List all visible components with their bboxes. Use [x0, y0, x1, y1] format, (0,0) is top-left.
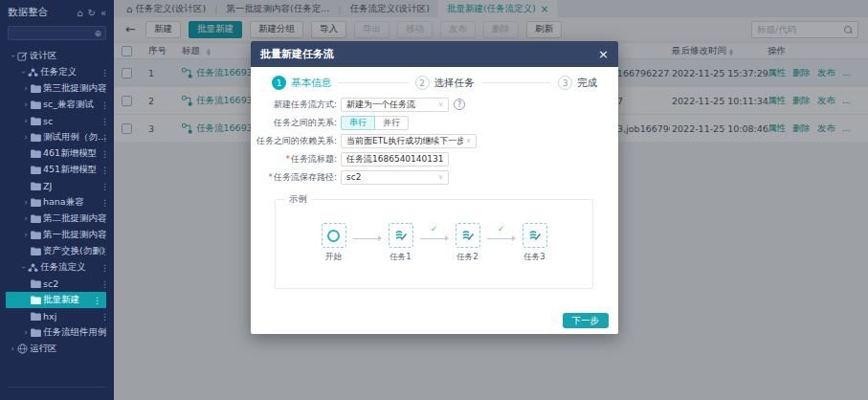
dependency-select[interactable]: 当前面ETL执行成功继续下一步 ∨	[341, 134, 477, 148]
more-icon[interactable]: ⋮	[100, 198, 109, 208]
tree-item-batch2[interactable]: › 第二批提测内容 ⋮	[0, 211, 114, 227]
node-label: 任务2	[456, 252, 478, 263]
tree-item-461[interactable]: 461新增模型 ⋮	[0, 145, 114, 162]
relation-radio-group: 串行 并行	[341, 116, 409, 130]
collapse-sidebar-icon[interactable]: «	[100, 8, 106, 18]
tree-item-hxj[interactable]: hxj ⋮	[0, 308, 114, 324]
folder-icon	[31, 100, 43, 109]
tree-item-zj[interactable]: ZJ ⋮	[0, 178, 114, 194]
chevron-down-icon[interactable]: ›	[19, 68, 28, 78]
step-label: 完成	[577, 77, 597, 90]
chevron-right-icon[interactable]: ›	[21, 117, 31, 125]
tree-item-label: 任务流组件用例	[43, 326, 107, 339]
task-icon	[461, 229, 475, 242]
more-icon[interactable]: ⋮	[100, 68, 109, 78]
sidebar-search-input[interactable]: ⊕	[8, 26, 106, 40]
tree-item-flow-components[interactable]: › 任务流组件用例 ⋮	[0, 324, 114, 341]
tree-item-testcases[interactable]: › 测试用例（勿删） ⋮	[0, 129, 114, 145]
node-label: 任务1	[389, 252, 411, 263]
chevron-right-icon[interactable]: ›	[21, 133, 31, 142]
required-mark: *	[268, 172, 273, 182]
folder-icon	[31, 198, 43, 207]
more-icon[interactable]: ⋮	[100, 214, 109, 224]
chevron-right-icon[interactable]: ›	[21, 328, 31, 337]
more-icon[interactable]: ⋮	[100, 100, 109, 110]
sidebar-divider	[8, 387, 106, 388]
more-icon[interactable]: ⋮	[100, 149, 109, 159]
tree-item-sc[interactable]: › sc ⋮	[0, 113, 114, 129]
node-label: 开始	[325, 252, 342, 263]
check-icon: ✓	[498, 224, 505, 233]
folder-icon	[31, 231, 43, 239]
tree-item-design-area[interactable]: › 设计区	[0, 48, 114, 64]
more-icon[interactable]: ⋮	[100, 84, 109, 94]
chevron-down-icon[interactable]: ›	[9, 52, 17, 61]
create-mode-select[interactable]: 新建为一个任务流 ∨	[341, 98, 449, 112]
chevron-right-icon[interactable]: ›	[21, 198, 31, 207]
batch-create-modal: 批量新建任务流 × 1 基本信息 2 选择任务 3 完成 新建任务流方式: 新建…	[251, 41, 618, 334]
chevron-right-icon[interactable]: ›	[21, 84, 31, 93]
more-icon[interactable]: ⋮	[93, 296, 101, 305]
more-icon[interactable]: ⋮	[100, 263, 109, 273]
step-connector	[338, 82, 409, 83]
tree-item-batch-create[interactable]: 批量新建 ⋮	[6, 292, 106, 308]
chevron-right-icon[interactable]: ›	[21, 100, 31, 109]
tree-item-asset-exchange[interactable]: 资产交换(勿删) ⋮	[0, 243, 114, 259]
edit-icon	[17, 51, 30, 61]
step-label: 选择任务	[434, 77, 475, 90]
tree-item-batch3[interactable]: › 第三批提测内容 ⋮	[0, 80, 114, 97]
close-icon[interactable]: ×	[598, 47, 609, 61]
tree-item-451[interactable]: 451新增模型 ⋮	[0, 162, 114, 178]
save-path-select[interactable]: sc2 ∨	[341, 170, 449, 185]
tree-item-label: 第三批提测内容	[43, 82, 107, 95]
folder-icon	[31, 214, 43, 223]
tree-item-task-definition[interactable]: › 任务定义 ⋮	[0, 64, 114, 80]
chevron-right-icon[interactable]: ›	[21, 214, 31, 223]
example-panel: 示例 开始 任务1 ✓ 任务2 ✓ 任务3	[275, 193, 593, 289]
more-icon[interactable]: ⋮	[100, 133, 109, 143]
tree-item-hana[interactable]: › hana兼容 ⋮	[0, 194, 114, 211]
modal-body: 1 基本信息 2 选择任务 3 完成 新建任务流方式: 新建为一个任务流 ∨ ?…	[251, 67, 618, 334]
tree-item-sc-compat[interactable]: › sc_兼容测试 ⋮	[0, 97, 114, 113]
tree-item-taskflow-definition[interactable]: › 任务流定义 ⋮	[0, 259, 114, 276]
tree-item-label: 批量新建	[43, 294, 79, 306]
locate-icon[interactable]: ⊕	[94, 29, 101, 38]
flow-node-task2: 任务2	[449, 223, 487, 263]
sidebar-header: 数据整合 ⌂ ↻ «	[0, 0, 114, 21]
tree-item-label: sc_兼容测试	[43, 99, 94, 111]
more-icon[interactable]: ⋮	[100, 182, 109, 191]
more-icon[interactable]: ⋮	[100, 312, 109, 322]
chevron-down-icon[interactable]: ›	[19, 263, 28, 273]
flow-title-input[interactable]: 任务流1686540140131	[341, 152, 449, 167]
tree-item-label: 运行区	[30, 343, 57, 355]
more-icon[interactable]: ⋮	[100, 279, 109, 289]
refresh-icon[interactable]: ↻	[87, 8, 95, 18]
tree-item-batch1[interactable]: › 第一批提测内容 ⋮	[0, 227, 114, 243]
more-icon[interactable]: ⋮	[100, 231, 109, 240]
flow-node-task1: 任务1	[382, 223, 420, 263]
example-legend: 示例	[285, 193, 311, 206]
tree-item-run-area[interactable]: › 运行区	[0, 341, 114, 357]
input-value: 任务流1686540140131	[346, 153, 443, 166]
modal-form: 新建任务流方式: 新建为一个任务流 ∨ ? 任务之间的关系: 串行 并行 任务之…	[251, 98, 618, 184]
parallel-option[interactable]: 并行	[374, 116, 409, 130]
help-icon[interactable]: ?	[454, 99, 465, 110]
home-icon[interactable]: ⌂	[77, 8, 82, 18]
more-icon[interactable]: ⋮	[100, 328, 109, 338]
select-value: sc2	[346, 172, 361, 182]
chevron-right-icon[interactable]: ›	[8, 344, 17, 353]
step-circle: 2	[415, 76, 430, 90]
more-icon[interactable]: ⋮	[100, 247, 109, 256]
folder-icon	[31, 182, 43, 190]
serial-option[interactable]: 串行	[341, 116, 375, 130]
more-icon[interactable]: ⋮	[100, 166, 109, 175]
modal-title: 批量新建任务流	[260, 47, 334, 61]
tree-item-label: 任务定义	[40, 66, 77, 78]
more-icon[interactable]: ⋮	[100, 117, 109, 126]
save-path-label: 任务流保存路径:	[274, 172, 337, 182]
chevron-right-icon[interactable]: ›	[21, 231, 31, 239]
next-step-button[interactable]: 下一步	[563, 313, 610, 328]
tree-item-sc2[interactable]: sc2 ⋮	[0, 276, 114, 292]
tree-item-label: ZJ	[43, 181, 52, 191]
select-value: 当前面ETL执行成功继续下一步	[346, 135, 463, 147]
